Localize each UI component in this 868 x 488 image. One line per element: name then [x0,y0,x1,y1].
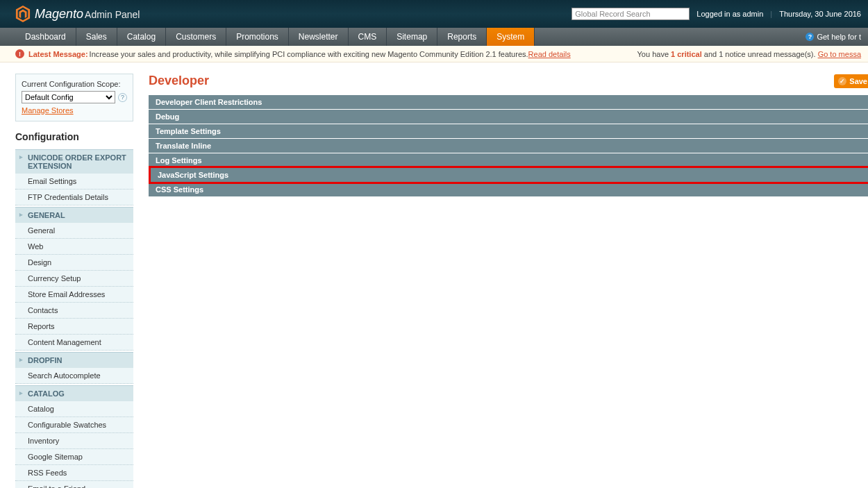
left-nav-section-head[interactable]: GENERAL [15,207,133,223]
left-nav-item[interactable]: RSS Feeds [15,465,133,481]
left-nav-section-head[interactable]: DROPFIN [15,352,133,368]
scope-label: Current Configuration Scope: [22,80,127,88]
accordion-section[interactable]: CSS Settings [149,183,868,196]
notice-goto-link[interactable]: Go to messa [818,50,861,58]
brand-main: Magento [35,7,83,21]
settings-accordion: Developer Client RestrictionsDebugTempla… [149,95,868,196]
left-nav-item[interactable]: Email Settings [15,174,133,190]
left-nav-item[interactable]: General [15,223,133,239]
nav-item-promotions[interactable]: Promotions [226,28,289,46]
notice-read-link[interactable]: Read details [528,50,571,58]
global-search-input[interactable] [571,8,690,20]
left-nav-item[interactable]: Store Email Addresses [15,287,133,303]
notice-right-pre: You have [637,50,671,58]
accordion-section[interactable]: Debug [149,110,868,124]
notice-right-mid: and 1 notice unread message(s). [702,50,818,58]
brand-sub: Admin Panel [85,9,140,20]
left-nav-item[interactable]: Google Sitemap [15,449,133,465]
notice-critical-count: 1 critical [671,50,702,58]
page-body: Current Configuration Scope: Default Con… [0,62,868,488]
brand-logo[interactable]: MagentoAdmin Panel [15,6,140,22]
logged-in-label: Logged in as admin [696,10,763,18]
nav-help[interactable]: ?Get help for t [799,28,868,46]
left-nav-item[interactable]: Content Management [15,335,133,351]
accordion-section[interactable]: Log Settings [149,153,868,167]
help-icon: ? [806,33,814,41]
left-nav-item[interactable]: Design [15,255,133,271]
left-nav-item[interactable]: Catalog [15,401,133,417]
config-scope-box: Current Configuration Scope: Default Con… [15,74,133,121]
nav-item-sitemap[interactable]: Sitemap [387,28,437,46]
nav-item-customers[interactable]: Customers [166,28,226,46]
accordion-section[interactable]: Translate Inline [149,139,868,153]
brand-text: MagentoAdmin Panel [35,7,140,22]
left-nav-item[interactable]: Reports [15,319,133,335]
header-date: Thursday, 30 June 2016 [779,10,861,18]
magento-logo-icon [15,6,31,22]
accordion-section[interactable]: Developer Client Restrictions [149,95,868,109]
nav-item-dashboard[interactable]: Dashboard [15,28,76,46]
left-nav-item[interactable]: Search Autocomplete [15,368,133,384]
nav-item-reports[interactable]: Reports [437,28,487,46]
left-nav-item[interactable]: Email to a Friend [15,481,133,488]
accordion-section[interactable]: Template Settings [149,124,868,138]
header-right: Logged in as admin | Thursday, 30 June 2… [571,8,861,20]
page-head: Developer ✓ Save [149,74,868,88]
main-content: Developer ✓ Save Developer Client Restri… [149,74,868,488]
scope-select[interactable]: Default Config [22,91,115,103]
notice-right: You have 1 critical and 1 notice unread … [637,50,861,58]
nav-item-cms[interactable]: CMS [349,28,387,46]
accordion-section[interactable]: JavaScript Settings [149,166,868,184]
left-nav-item[interactable]: Inventory [15,433,133,449]
left-nav-item[interactable]: Web [15,239,133,255]
left-nav: UNICODE ORDER EXPORT EXTENSIONEmail Sett… [15,149,133,488]
left-nav-item[interactable]: Contacts [15,303,133,319]
admin-header: MagentoAdmin Panel Logged in as admin | … [0,0,868,28]
save-config-button[interactable]: ✓ Save [834,74,868,88]
left-nav-title: Configuration [15,131,133,142]
notice-title: Latest Message: [28,50,88,58]
check-icon: ✓ [838,77,846,85]
nav-item-newsletter[interactable]: Newsletter [289,28,349,46]
manage-stores-link[interactable]: Manage Stores [22,106,74,115]
alert-icon: ! [15,49,24,58]
save-label: Save [849,77,867,85]
left-column: Current Configuration Scope: Default Con… [15,74,133,488]
main-nav: DashboardSalesCatalogCustomersPromotions… [0,28,868,46]
left-nav-section-head[interactable]: UNICODE ORDER EXPORT EXTENSION [15,149,133,174]
left-nav-item[interactable]: FTP Credentials Details [15,190,133,205]
page-title: Developer [149,74,209,88]
notice-bar: ! Latest Message: Increase your sales an… [0,46,868,62]
left-nav-item[interactable]: Currency Setup [15,271,133,287]
left-nav-section-head[interactable]: CATALOG [15,385,133,401]
notice-body: Increase your sales and productivity, wh… [90,50,528,58]
nav-item-sales[interactable]: Sales [76,28,117,46]
nav-item-catalog[interactable]: Catalog [117,28,166,46]
scope-help-icon[interactable]: ? [118,93,127,102]
left-nav-item[interactable]: Configurable Swatches [15,417,133,433]
header-separator: | [770,10,772,18]
help-label: Get help for t [817,33,861,41]
nav-item-system[interactable]: System [487,28,535,46]
